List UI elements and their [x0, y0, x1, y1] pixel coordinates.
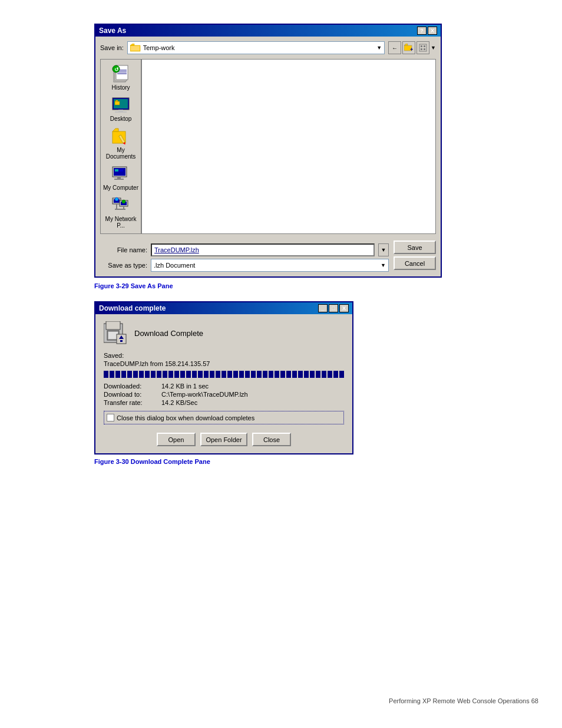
download-close-btn[interactable]: Close	[252, 433, 291, 446]
mynet-label: My Network P...	[103, 216, 138, 229]
mynet-icon	[111, 196, 130, 215]
figure29-caption: Figure 3-29 Save As Pane	[94, 282, 468, 289]
svg-rect-30	[114, 168, 125, 176]
desktop-icon	[111, 95, 130, 114]
footer-text: Performing XP Remote Web Console Operati…	[389, 697, 538, 704]
mydocs-icon	[111, 127, 130, 146]
sidebar-item-mynet[interactable]: My Network P...	[102, 195, 140, 230]
savetype-row: Save as type: .lzh Document ▼	[100, 259, 389, 272]
filename-input[interactable]	[151, 243, 375, 256]
filename-section: File name: ▼ Save as type: .lzh Document…	[100, 239, 436, 272]
svg-text:+: +	[410, 47, 413, 52]
file-area	[141, 59, 436, 234]
savetype-value: .lzh Document	[154, 262, 195, 269]
open-folder-button[interactable]: Open Folder	[200, 433, 247, 446]
svg-point-43	[122, 200, 125, 203]
figure30-number: Figure 3-30	[94, 458, 129, 465]
checkbox-row[interactable]: Close this dialog box when download comp…	[104, 411, 344, 424]
sidebar-item-history[interactable]: ↺ History	[102, 63, 140, 92]
figure29-text: Save As Pane	[131, 282, 173, 289]
svg-marker-1	[130, 44, 134, 45]
cancel-button[interactable]: Cancel	[394, 256, 436, 270]
download-saved-label: Saved:	[104, 352, 344, 359]
savetype-arrow: ▼	[381, 262, 386, 268]
downloadto-value: C:\Temp-work\TraceDUMP.lzh	[161, 391, 344, 398]
saveas-title: Save As	[99, 27, 126, 35]
svg-rect-21	[118, 110, 123, 111]
new-folder-icon: +	[404, 44, 414, 52]
toolbar-buttons: ← +	[388, 41, 436, 54]
download-header-row: Download Complete	[104, 321, 344, 345]
download-titlebar: Download complete _ □ X	[95, 302, 352, 314]
svg-rect-34	[120, 169, 123, 172]
filename-dropdown-arrow[interactable]: ▼	[378, 243, 389, 256]
savein-label: Save in:	[100, 44, 124, 51]
downloaded-label: Downloaded:	[104, 383, 157, 390]
transferrate-label: Transfer rate:	[104, 399, 157, 406]
svg-rect-32	[114, 179, 124, 180]
savetype-label: Save as type:	[100, 262, 147, 269]
svg-rect-10	[424, 48, 425, 50]
main-area: ↺ History	[100, 59, 436, 234]
download-dialog: Download complete _ □ X	[94, 301, 353, 454]
history-icon: ↺	[111, 64, 130, 83]
download-titlebar-controls: _ □ X	[318, 304, 349, 312]
mycomp-icon	[111, 164, 130, 183]
svg-rect-2	[131, 46, 140, 51]
folder-icon	[130, 44, 141, 52]
action-buttons: Save Cancel	[394, 241, 436, 270]
new-folder-button[interactable]: +	[402, 41, 415, 54]
downloadto-label: Download to:	[104, 391, 157, 398]
toolbar-btn2[interactable]	[416, 41, 429, 54]
figure30-caption: Figure 3-30 Download Complete Pane	[94, 458, 468, 465]
figure30-text: Download Complete Pane	[131, 458, 210, 465]
svg-marker-26	[113, 129, 118, 131]
checkbox-label: Close this dialog box when download comp…	[117, 414, 254, 421]
history-label: History	[111, 84, 130, 91]
savein-folder-icon	[130, 44, 141, 52]
save-button[interactable]: Save	[394, 241, 436, 254]
download-body: Download Complete Saved: TraceDUMP.lzh f…	[95, 314, 352, 453]
filename-label: File name:	[100, 246, 147, 253]
saveas-dialog: Save As ? X Save in:	[94, 24, 442, 278]
svg-rect-23	[115, 101, 120, 105]
download-minimize-button[interactable]: _	[318, 304, 328, 312]
figure29-number: Figure 3-29	[94, 282, 129, 289]
sidebar-item-mycomp[interactable]: My Computer	[102, 163, 140, 192]
savein-arrow: ▼	[376, 45, 382, 51]
close-checkbox[interactable]	[107, 414, 114, 421]
savein-value: Temp-work	[143, 44, 376, 51]
savetype-dropdown[interactable]: .lzh Document ▼	[151, 259, 389, 272]
transferrate-value: 14.2 KB/Sec	[161, 399, 344, 406]
saveas-body: Save in: Temp-work ▼ ←	[95, 37, 441, 276]
progress-bar	[104, 371, 344, 378]
svg-rect-9	[421, 48, 422, 50]
downloaded-value: 14.2 KB in 1 sec	[161, 383, 344, 390]
saveas-titlebar: Save As ? X	[95, 25, 441, 37]
titlebar-controls: ? X	[417, 27, 437, 35]
svg-rect-31	[117, 177, 121, 179]
svg-rect-33	[115, 169, 118, 172]
back-button[interactable]: ←	[388, 41, 401, 54]
svg-text:↺: ↺	[114, 67, 119, 73]
download-close-button[interactable]: X	[339, 304, 349, 312]
close-button[interactable]: X	[428, 27, 437, 35]
svg-point-42	[115, 197, 118, 201]
mycomp-label: My Computer	[103, 185, 138, 191]
savein-dropdown[interactable]: Temp-work ▼	[127, 41, 385, 54]
sidebar-item-mydocs[interactable]: My Documents	[102, 126, 140, 161]
help-button[interactable]: ?	[417, 27, 427, 35]
download-buttons: Open Open Folder Close	[104, 433, 344, 446]
view-arrow: ▼	[431, 45, 436, 51]
sidebar-item-desktop[interactable]: Desktop	[102, 94, 140, 123]
open-button[interactable]: Open	[157, 433, 196, 446]
svg-rect-8	[424, 45, 425, 47]
download-restore-button[interactable]: □	[329, 304, 338, 312]
svg-marker-4	[404, 44, 408, 45]
filename-row: File name: ▼	[100, 243, 389, 256]
svg-rect-39	[116, 204, 117, 209]
svg-rect-22	[115, 111, 127, 113]
download-stats: Downloaded: 14.2 KB in 1 sec Download to…	[104, 383, 344, 406]
svg-rect-45	[106, 321, 120, 330]
svg-rect-7	[421, 45, 422, 47]
